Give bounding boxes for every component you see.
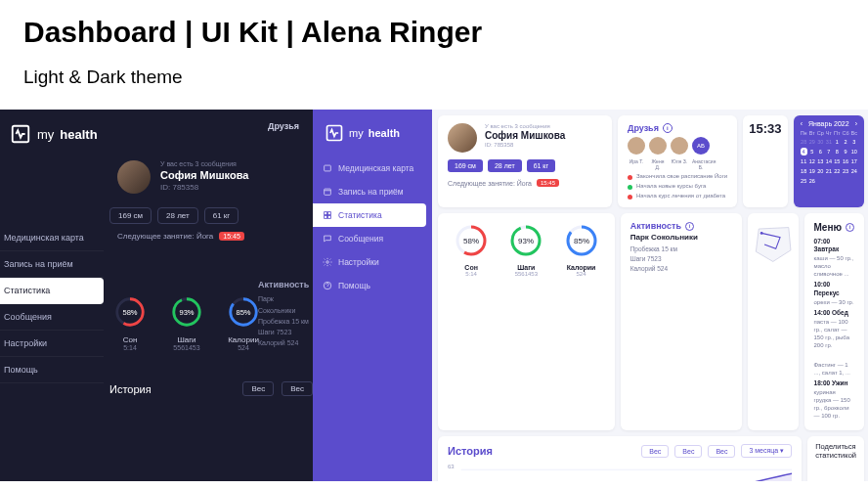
profile-block: У вас есть 3 сообщения София Мишкова ID:…	[0, 156, 313, 201]
friend-avatar[interactable]	[649, 137, 667, 155]
share-card[interactable]: Поделиться статистикой	[807, 436, 864, 481]
nav-label: Настройки	[338, 257, 379, 267]
nav-settings[interactable]: Настройки	[313, 250, 432, 274]
nav-help[interactable]: Помощь	[313, 274, 432, 297]
svg-text:85%: 85%	[574, 237, 589, 245]
calendar-card[interactable]: ‹Январь 2022› ПнВтСрЧтПтСбВс282930311234…	[794, 115, 864, 207]
svg-rect-14	[325, 212, 327, 215]
calendar-day[interactable]: 22	[834, 167, 840, 175]
nav-messages[interactable]: Сообщения	[0, 304, 104, 331]
calendar-day[interactable]: 25	[801, 177, 807, 185]
ring-steps-value: 5561453	[166, 344, 207, 351]
activity-title: Активность	[630, 221, 681, 231]
friend-avatar-initials[interactable]: АБ	[692, 137, 710, 155]
info-icon[interactable]: i	[663, 123, 673, 133]
weight-chart[interactable]: 63 60 03.01.22 | 61	[448, 462, 792, 481]
calendar-day[interactable]: 8	[834, 148, 840, 156]
calendar-day[interactable]: 3	[851, 138, 857, 146]
calendar-day[interactable]: 23	[842, 167, 848, 175]
info-icon[interactable]: i	[685, 222, 694, 231]
history-filter-2[interactable]: Вес	[282, 381, 313, 396]
calendar-day[interactable]: 18	[801, 167, 807, 175]
calendar-day[interactable]: 4	[801, 148, 807, 156]
history-title: История	[448, 445, 493, 457]
history-range-dropdown[interactable]: 3 месяца	[741, 444, 792, 458]
calendar-day[interactable]: 24	[851, 167, 857, 175]
activity-card: Активностьi Парк Сокольники Пробежка 15 …	[621, 213, 742, 430]
calendar-day[interactable]: 7	[826, 148, 832, 156]
cal-prev-icon[interactable]: ‹	[801, 120, 803, 127]
ring-cal: 85% Калории 524	[564, 223, 599, 421]
pill-height: 169 см	[109, 207, 152, 224]
nav-label: Помощь	[338, 281, 370, 290]
svg-point-18	[326, 261, 329, 264]
svg-text:85%: 85%	[236, 308, 250, 317]
activity-location: Парк Сокольники	[630, 233, 732, 242]
nav-appointment[interactable]: Запись на приём	[0, 251, 104, 278]
next-session: Следующее занятие: Йога 15:45	[448, 179, 602, 187]
nav-help[interactable]: Помощь	[0, 357, 104, 383]
calendar-day[interactable]: 2	[842, 138, 848, 146]
history-filter-2[interactable]: Вес	[674, 445, 702, 458]
next-time-badge: 15:45	[537, 179, 559, 187]
calendar-day[interactable]: 14	[826, 157, 832, 165]
profile-card: У вас есть 3 сообщения София Мишкова ID:…	[438, 115, 612, 207]
nav-appointment[interactable]: Запись на приём	[313, 180, 432, 203]
nav-stats[interactable]: Статистика	[0, 278, 104, 304]
nav-stats[interactable]: Статистика	[313, 203, 426, 227]
friend-name: Юля З.	[671, 158, 688, 170]
grid-icon	[323, 210, 332, 220]
dark-theme-preview: myhealth У вас есть 3 сообщения София Ми…	[0, 110, 313, 481]
info-icon[interactable]: i	[846, 223, 854, 232]
pill-age: 28 лет	[488, 159, 522, 172]
cal-next-icon[interactable]: ›	[855, 120, 857, 127]
nav-medcard[interactable]: Медицинская карта	[313, 156, 432, 180]
ring-value: 524	[564, 271, 599, 277]
activity-panel-dark: Активность Парк Сокольники Пробежка 15 к…	[258, 278, 313, 348]
calendar-day[interactable]: 5	[809, 148, 815, 156]
ring-sleep-value: 5:14	[109, 344, 151, 351]
svg-text:93%: 93%	[518, 237, 534, 245]
map-card[interactable]	[748, 213, 799, 430]
calendar-day[interactable]: 15	[834, 157, 840, 165]
avatar[interactable]	[117, 160, 151, 194]
calendar-day[interactable]: 13	[817, 157, 824, 165]
calendar-grid[interactable]: ПнВтСрЧтПтСбВс28293031123456789101112131…	[801, 130, 857, 185]
history-filter-3[interactable]: Вес	[708, 445, 735, 458]
profile-id: ID: 785358	[160, 183, 248, 192]
friend-avatar[interactable]	[671, 137, 688, 155]
svg-point-30	[760, 232, 763, 235]
calendar-day[interactable]: 19	[809, 167, 815, 175]
calendar-day[interactable]: 6	[817, 148, 824, 156]
svg-rect-10	[327, 126, 342, 141]
history-filter-1[interactable]: Вес	[641, 445, 669, 458]
calendar-day[interactable]: 1	[834, 138, 840, 146]
calendar-day[interactable]: 12	[809, 157, 815, 165]
calendar-day[interactable]: 10	[851, 148, 857, 156]
calendar-day[interactable]: 21	[826, 167, 832, 175]
calendar-day[interactable]: 17	[851, 157, 857, 165]
ring-sleep: 58% Сон 5:14	[454, 223, 489, 421]
friends-title: Друзья	[628, 123, 659, 133]
friend-avatar[interactable]	[628, 137, 645, 155]
nav-medcard[interactable]: Медицинская карта	[0, 225, 104, 251]
nav-settings[interactable]: Настройки	[0, 331, 104, 357]
calendar-day[interactable]: 20	[817, 167, 824, 175]
calendar-day[interactable]: 11	[801, 157, 807, 165]
nav-messages[interactable]: Сообщения	[313, 227, 432, 250]
ring-steps: 93% Шаги 5561453	[508, 223, 543, 421]
friend-activity: Начала курс лечения от диабета	[636, 193, 725, 200]
calendar-day[interactable]: 26	[809, 177, 815, 185]
history-filter-1[interactable]: Вес	[242, 381, 274, 396]
activity-run: Пробежка 15 км	[630, 244, 732, 254]
calendar-day[interactable]: 16	[842, 157, 848, 165]
calendar-day[interactable]: 9	[842, 148, 848, 156]
heartbeat-icon	[325, 123, 344, 143]
next-label: Следующее занятие: Йога	[117, 232, 213, 241]
chat-icon	[323, 234, 332, 244]
svg-rect-17	[327, 215, 330, 218]
avatar[interactable]	[448, 123, 477, 153]
help-icon	[323, 281, 332, 290]
page-title: Dashboard | UI Kit | Alena Ringer	[23, 16, 845, 49]
ring-sleep-label: Сон	[109, 335, 151, 344]
